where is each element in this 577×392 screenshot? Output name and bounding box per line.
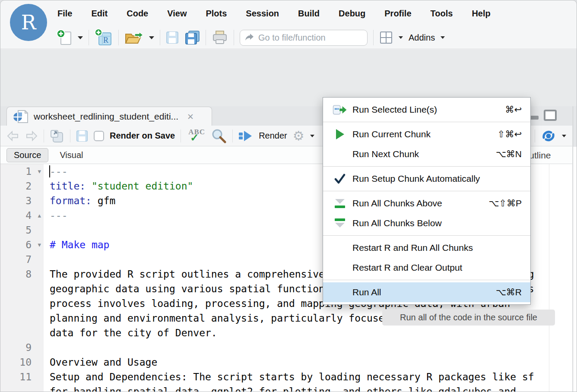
spellcheck-icon[interactable]: ABC✓	[187, 129, 206, 143]
margin-column-guide	[549, 164, 549, 392]
right-pane-edge	[573, 106, 577, 392]
menubar-item-edit[interactable]: Edit	[91, 9, 108, 19]
code-text: data for the city of Denver.	[44, 326, 572, 340]
open-file-button[interactable]	[124, 30, 143, 45]
menu-item-restart-r-and-clear-output[interactable]: Restart R and Clear Output	[323, 258, 530, 278]
menu-separator	[323, 235, 530, 236]
fold-up-icon[interactable]: ▴	[38, 208, 41, 223]
menubar-item-debug[interactable]: Debug	[339, 9, 365, 19]
menubar-item-session[interactable]: Session	[246, 9, 279, 19]
menubar-item-view[interactable]: View	[167, 9, 187, 19]
print-button[interactable]	[212, 30, 228, 45]
goto-file-input[interactable]	[258, 33, 353, 43]
menu-item-run-setup-chunk-automatically[interactable]: Run Setup Chunk Automatically	[323, 169, 530, 189]
rstudio-logo: R	[10, 4, 47, 41]
editor-row-line-9[interactable]: 9	[0, 340, 572, 355]
fold-down-icon[interactable]: ▾	[38, 237, 41, 252]
code-text: Setup and Dependencies: The script start…	[44, 370, 572, 384]
menu-item-run-all[interactable]: Run All⌥⌘R	[323, 282, 530, 302]
print-icon	[212, 30, 228, 45]
source-mode-button[interactable]: Source	[6, 148, 48, 162]
save-all-button[interactable]	[184, 30, 200, 45]
run-all-tooltip: Run all of the code in the source file	[382, 310, 555, 326]
line-number: 3	[25, 193, 32, 208]
menu-item-label: Run All	[352, 287, 496, 297]
menu-item-shortcut: ⇧⌘↩	[498, 129, 522, 139]
goto-arrow-icon	[244, 33, 254, 42]
menubar-item-profile[interactable]: Profile	[384, 9, 411, 19]
gutter: 1▾	[0, 164, 44, 179]
line-number: 2	[25, 179, 32, 193]
back-icon[interactable]	[6, 130, 19, 142]
gear-icon[interactable]: ⚙	[293, 130, 304, 142]
editor-row-line-11[interactable]: for handling spatial data, ggplot2 for p…	[0, 384, 572, 392]
menubar-item-help[interactable]: Help	[472, 9, 490, 19]
tab-close-icon[interactable]: ✕	[187, 112, 194, 122]
find-replace-icon[interactable]	[211, 128, 227, 144]
menu-item-run-current-chunk[interactable]: Run Current Chunk⇧⌘↩	[323, 124, 530, 144]
menu-item-run-all-chunks-above[interactable]: Run All Chunks Above⌥⇧⌘P	[323, 193, 530, 213]
new-file-button[interactable]	[57, 29, 72, 46]
menubar-item-plots[interactable]: Plots	[206, 9, 227, 19]
menu-bar: R FileEditCodeViewPlotsSessionBuildDebug…	[0, 0, 577, 26]
new-file-dropdown-caret[interactable]	[78, 36, 83, 39]
menu-item-label: Run All Chunks Below	[352, 218, 522, 228]
render-options-caret[interactable]	[310, 135, 314, 137]
new-file-icon	[57, 29, 72, 46]
pane-layout-caret[interactable]	[399, 36, 403, 39]
pane-layout-button[interactable]	[379, 31, 393, 44]
render-icon[interactable]	[238, 130, 253, 142]
gutter: 4▴	[0, 208, 44, 223]
menubar-item-code[interactable]: Code	[127, 9, 148, 19]
save-all-icon	[184, 30, 200, 45]
save-button[interactable]	[166, 31, 179, 44]
menu-item-restart-r-and-run-all-chunks[interactable]: Restart R and Run All Chunks	[323, 238, 530, 258]
gutter	[0, 281, 44, 296]
line-number: 5	[25, 223, 32, 237]
toolbar-divider	[206, 30, 206, 45]
tab-title: worksheet_redlining_student_editi...	[34, 111, 178, 122]
menubar-item-file[interactable]: File	[57, 9, 72, 19]
line-number: 1	[25, 164, 32, 179]
menu-item-run-all-chunks-below[interactable]: Run All Chunks Below	[323, 213, 530, 233]
popout-window-icon[interactable]	[50, 129, 64, 143]
source-options-caret[interactable]	[562, 135, 566, 137]
tab-worksheet[interactable]: worksheet_redlining_student_editi... ✕	[6, 107, 212, 126]
line-number: 11	[19, 370, 32, 384]
editor-row-line-11[interactable]: 11Setup and Dependencies: The script sta…	[0, 370, 572, 384]
gutter	[0, 296, 44, 311]
maximize-pane-button[interactable]	[544, 110, 557, 121]
render-button[interactable]: Render	[259, 131, 287, 141]
fold-down-icon[interactable]: ▾	[38, 164, 41, 179]
forward-icon[interactable]	[25, 130, 38, 142]
render-on-save-checkbox[interactable]	[94, 131, 104, 141]
menubar-item-tools[interactable]: Tools	[431, 9, 453, 19]
save-doc-icon[interactable]	[76, 130, 88, 142]
menu-item-run-selected-line-s-[interactable]: Run Selected Line(s)⌘↩	[323, 100, 530, 120]
line-number: 7	[25, 252, 32, 267]
code-text: Overview and Usage	[44, 355, 572, 370]
menu-item-label: Restart R and Run All Chunks	[352, 243, 522, 253]
menu-item-run-next-chunk[interactable]: Run Next Chunk⌥⌘N	[323, 144, 530, 164]
toolbar-divider	[373, 30, 374, 45]
gutter	[0, 311, 44, 326]
goto-file-box[interactable]	[240, 30, 368, 46]
new-project-button[interactable]: R	[95, 28, 113, 47]
menubar-item-build[interactable]: Build	[298, 9, 320, 19]
quarto-doc-icon	[13, 110, 29, 123]
editor-row-line-8[interactable]: data for the city of Denver.	[0, 326, 572, 340]
code-text: for handling spatial data, ggplot2 for p…	[44, 384, 572, 392]
toolbar-divider	[160, 30, 160, 45]
menu-separator	[323, 280, 530, 280]
run-lines-icon	[333, 104, 347, 115]
source-refresh-icon[interactable]	[541, 130, 556, 142]
text-cursor	[49, 165, 50, 177]
open-recent-caret[interactable]	[149, 36, 154, 39]
gutter	[0, 326, 44, 340]
gutter: 6▾	[0, 237, 44, 252]
visual-mode-button[interactable]: Visual	[60, 150, 83, 160]
addins-button[interactable]: Addins	[409, 33, 435, 43]
addins-caret[interactable]	[441, 36, 445, 39]
toolbar-divider	[181, 130, 181, 142]
editor-row-line-10[interactable]: 10Overview and Usage	[0, 355, 572, 370]
